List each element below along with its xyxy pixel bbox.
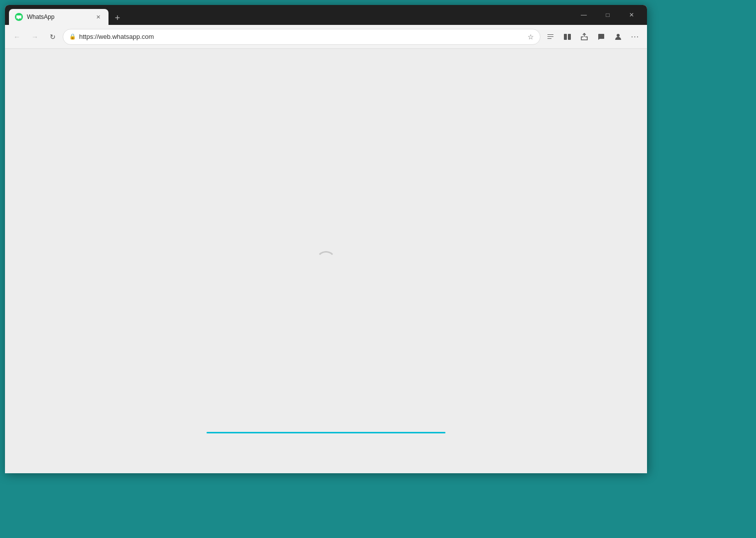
lock-icon: 🔒 bbox=[69, 33, 76, 40]
tab-close-button[interactable]: ✕ bbox=[94, 12, 103, 21]
tab-favicon bbox=[15, 13, 23, 21]
svg-rect-0 bbox=[564, 34, 567, 40]
more-options-button[interactable]: ··· bbox=[627, 29, 643, 45]
address-bar[interactable]: 🔒 https://web.whatsapp.com ☆ bbox=[63, 29, 540, 45]
window-controls: — □ ✕ bbox=[572, 5, 643, 25]
reading-view-button[interactable] bbox=[559, 29, 575, 45]
whatsapp-favicon-icon bbox=[15, 13, 23, 21]
profile-button[interactable] bbox=[610, 29, 626, 45]
browser-window: WhatsApp ✕ + — □ ✕ ← → ↻ bbox=[5, 5, 647, 473]
feedback-button[interactable] bbox=[593, 29, 609, 45]
close-button[interactable]: ✕ bbox=[620, 5, 643, 25]
address-text: https://web.whatsapp.com bbox=[79, 33, 525, 40]
new-tab-button[interactable]: + bbox=[110, 11, 124, 25]
toolbar-icons: ··· bbox=[542, 29, 643, 45]
tab-title: WhatsApp bbox=[27, 13, 90, 20]
refresh-button[interactable]: ↻ bbox=[45, 29, 61, 45]
svg-rect-1 bbox=[568, 34, 571, 40]
back-button[interactable]: ← bbox=[9, 29, 25, 45]
progress-bar-container bbox=[207, 432, 445, 433]
forward-button[interactable]: → bbox=[27, 29, 43, 45]
loading-spinner bbox=[316, 251, 336, 271]
spinner-arc bbox=[316, 251, 336, 271]
title-bar: WhatsApp ✕ + — □ ✕ bbox=[5, 5, 647, 25]
progress-bar bbox=[207, 432, 445, 433]
page-content bbox=[5, 49, 647, 473]
nav-bar: ← → ↻ 🔒 https://web.whatsapp.com ☆ bbox=[5, 25, 647, 49]
maximize-button[interactable]: □ bbox=[596, 5, 619, 25]
minimize-button[interactable]: — bbox=[572, 5, 595, 25]
favorite-star-icon[interactable]: ☆ bbox=[528, 33, 534, 41]
tab-bar: WhatsApp ✕ + bbox=[9, 5, 572, 25]
share-button[interactable] bbox=[576, 29, 592, 45]
collections-button[interactable] bbox=[542, 29, 558, 45]
active-tab[interactable]: WhatsApp ✕ bbox=[9, 9, 108, 25]
svg-point-2 bbox=[617, 34, 620, 37]
